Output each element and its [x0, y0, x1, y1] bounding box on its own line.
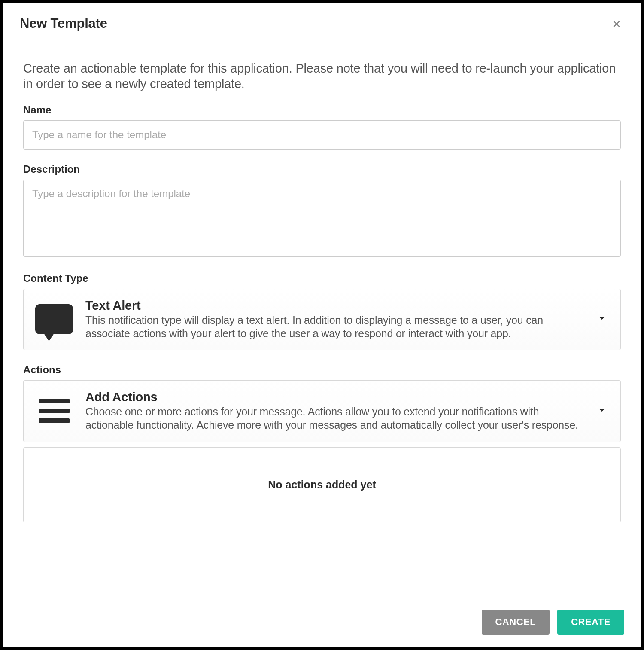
- chevron-down-icon: [596, 313, 608, 326]
- content-type-title: Text Alert: [85, 299, 584, 313]
- description-input[interactable]: [23, 180, 621, 257]
- modal-header: New Template ×: [3, 3, 641, 45]
- content-type-select[interactable]: Text Alert This notification type will d…: [23, 289, 621, 351]
- new-template-modal: New Template × Create an actionable temp…: [3, 3, 641, 647]
- name-input[interactable]: [23, 120, 621, 150]
- close-icon[interactable]: ×: [609, 15, 624, 33]
- content-type-label: Content Type: [23, 272, 621, 284]
- modal-title: New Template: [20, 16, 107, 31]
- create-button[interactable]: CREATE: [557, 610, 624, 635]
- content-type-desc: This notification type will display a te…: [85, 314, 584, 341]
- speech-bubble-icon: [35, 304, 73, 334]
- intro-text: Create an actionable template for this a…: [23, 61, 621, 92]
- list-icon: [35, 399, 73, 423]
- description-label: Description: [23, 163, 621, 175]
- actions-label: Actions: [23, 364, 621, 376]
- add-actions-desc: Choose one or more actions for your mess…: [85, 405, 584, 432]
- modal-footer: CANCEL CREATE: [3, 598, 641, 647]
- actions-empty-state: No actions added yet: [23, 447, 621, 522]
- name-label: Name: [23, 104, 621, 116]
- add-actions-title: Add Actions: [85, 390, 584, 404]
- modal-body: Create an actionable template for this a…: [3, 45, 641, 598]
- cancel-button[interactable]: CANCEL: [482, 610, 550, 635]
- chevron-down-icon: [596, 405, 608, 418]
- add-actions-select[interactable]: Add Actions Choose one or more actions f…: [23, 380, 621, 442]
